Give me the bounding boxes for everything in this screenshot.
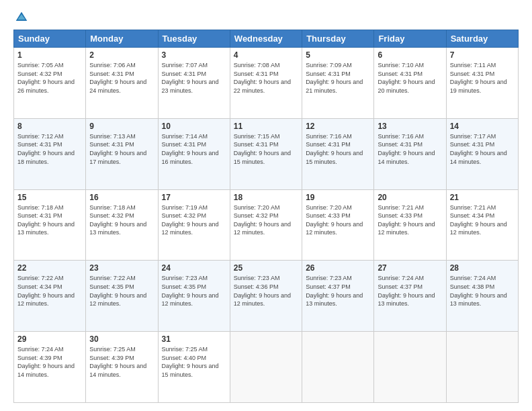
calendar-cell <box>302 332 374 403</box>
sunrise-label: Sunrise: 7:08 AM <box>234 62 280 68</box>
day-number: 27 <box>378 263 442 273</box>
day-info: Sunrise: 7:20 AM Sunset: 4:32 PM Dayligh… <box>234 203 298 237</box>
day-info: Sunrise: 7:25 AM Sunset: 4:39 PM Dayligh… <box>89 345 154 379</box>
daylight-label: Daylight: 9 hours and 15 minutes. <box>306 150 363 165</box>
calendar-cell: 7 Sunrise: 7:11 AM Sunset: 4:31 PM Dayli… <box>446 48 518 119</box>
calendar-cell: 15 Sunrise: 7:18 AM Sunset: 4:31 PM Dayl… <box>14 189 86 261</box>
calendar-header-wednesday: Wednesday <box>230 30 302 48</box>
sunset-label: Sunset: 4:31 PM <box>162 71 207 77</box>
calendar-cell: 6 Sunrise: 7:10 AM Sunset: 4:31 PM Dayli… <box>374 48 446 119</box>
calendar-header-thursday: Thursday <box>302 30 374 48</box>
day-info: Sunrise: 7:22 AM Sunset: 4:35 PM Dayligh… <box>89 274 154 308</box>
sunrise-label: Sunrise: 7:25 AM <box>162 346 208 353</box>
day-info: Sunrise: 7:23 AM Sunset: 4:37 PM Dayligh… <box>306 274 370 308</box>
day-info: Sunrise: 7:18 AM Sunset: 4:31 PM Dayligh… <box>17 203 82 237</box>
sunset-label: Sunset: 4:31 PM <box>89 71 134 77</box>
calendar-cell: 19 Sunrise: 7:20 AM Sunset: 4:33 PM Dayl… <box>302 189 374 261</box>
logo <box>13 11 28 24</box>
calendar-week-row: 8 Sunrise: 7:12 AM Sunset: 4:31 PM Dayli… <box>14 118 519 189</box>
calendar-cell: 1 Sunrise: 7:05 AM Sunset: 4:32 PM Dayli… <box>14 48 86 119</box>
daylight-label: Daylight: 9 hours and 13 minutes. <box>378 292 435 308</box>
day-number: 20 <box>378 193 442 202</box>
calendar-cell: 12 Sunrise: 7:16 AM Sunset: 4:31 PM Dayl… <box>302 118 374 189</box>
sunrise-label: Sunrise: 7:22 AM <box>17 275 64 281</box>
calendar-cell: 4 Sunrise: 7:08 AM Sunset: 4:31 PM Dayli… <box>230 48 302 119</box>
sunset-label: Sunset: 4:31 PM <box>450 141 495 148</box>
sunset-label: Sunset: 4:32 PM <box>17 71 62 77</box>
day-number: 11 <box>234 122 298 131</box>
sunset-label: Sunset: 4:31 PM <box>306 141 351 148</box>
day-number: 1 <box>17 50 82 60</box>
day-number: 16 <box>89 193 154 202</box>
day-number: 31 <box>162 334 226 344</box>
calendar-cell: 22 Sunrise: 7:22 AM Sunset: 4:34 PM Dayl… <box>14 261 86 332</box>
header <box>13 11 519 24</box>
sunset-label: Sunset: 4:32 PM <box>89 212 134 219</box>
sunrise-label: Sunrise: 7:14 AM <box>162 133 208 140</box>
calendar-cell <box>374 332 446 403</box>
day-number: 2 <box>89 50 154 60</box>
day-info: Sunrise: 7:15 AM Sunset: 4:31 PM Dayligh… <box>234 132 298 166</box>
calendar-cell: 18 Sunrise: 7:20 AM Sunset: 4:32 PM Dayl… <box>230 189 302 261</box>
calendar-cell: 26 Sunrise: 7:23 AM Sunset: 4:37 PM Dayl… <box>302 261 374 332</box>
daylight-label: Daylight: 9 hours and 19 minutes. <box>450 79 507 94</box>
calendar-week-row: 29 Sunrise: 7:24 AM Sunset: 4:39 PM Dayl… <box>14 332 519 403</box>
sunset-label: Sunset: 4:39 PM <box>17 355 62 361</box>
sunset-label: Sunset: 4:31 PM <box>306 71 351 77</box>
daylight-label: Daylight: 9 hours and 12 minutes. <box>17 292 75 308</box>
sunset-label: Sunset: 4:35 PM <box>89 283 134 290</box>
sunrise-label: Sunrise: 7:24 AM <box>450 275 496 281</box>
sunset-label: Sunset: 4:32 PM <box>234 212 279 219</box>
day-number: 4 <box>234 50 298 60</box>
daylight-label: Daylight: 9 hours and 12 minutes. <box>89 292 146 308</box>
calendar-cell: 30 Sunrise: 7:25 AM Sunset: 4:39 PM Dayl… <box>86 332 158 403</box>
day-info: Sunrise: 7:10 AM Sunset: 4:31 PM Dayligh… <box>378 61 442 95</box>
day-info: Sunrise: 7:13 AM Sunset: 4:31 PM Dayligh… <box>89 132 154 166</box>
day-number: 9 <box>89 122 154 131</box>
calendar-cell <box>230 332 302 403</box>
daylight-label: Daylight: 9 hours and 12 minutes. <box>162 292 219 308</box>
sunset-label: Sunset: 4:37 PM <box>378 283 423 290</box>
sunset-label: Sunset: 4:33 PM <box>378 212 423 219</box>
daylight-label: Daylight: 9 hours and 13 minutes. <box>89 221 146 236</box>
daylight-label: Daylight: 9 hours and 13 minutes. <box>306 292 363 308</box>
day-info: Sunrise: 7:21 AM Sunset: 4:34 PM Dayligh… <box>450 203 515 237</box>
day-number: 15 <box>17 193 82 202</box>
daylight-label: Daylight: 9 hours and 12 minutes. <box>234 292 291 308</box>
calendar-cell: 17 Sunrise: 7:19 AM Sunset: 4:32 PM Dayl… <box>158 189 230 261</box>
daylight-label: Daylight: 9 hours and 13 minutes. <box>450 292 507 308</box>
sunrise-label: Sunrise: 7:19 AM <box>162 204 208 211</box>
sunrise-label: Sunrise: 7:22 AM <box>89 275 136 281</box>
calendar-cell <box>446 332 518 403</box>
sunset-label: Sunset: 4:37 PM <box>306 283 351 290</box>
day-info: Sunrise: 7:20 AM Sunset: 4:33 PM Dayligh… <box>306 203 370 237</box>
calendar-cell: 28 Sunrise: 7:24 AM Sunset: 4:38 PM Dayl… <box>446 261 518 332</box>
day-info: Sunrise: 7:09 AM Sunset: 4:31 PM Dayligh… <box>306 61 370 95</box>
calendar-cell: 9 Sunrise: 7:13 AM Sunset: 4:31 PM Dayli… <box>86 118 158 189</box>
daylight-label: Daylight: 9 hours and 14 minutes. <box>450 150 507 165</box>
day-number: 17 <box>162 193 226 202</box>
sunrise-label: Sunrise: 7:13 AM <box>89 133 136 140</box>
calendar-cell: 2 Sunrise: 7:06 AM Sunset: 4:31 PM Dayli… <box>86 48 158 119</box>
day-info: Sunrise: 7:24 AM Sunset: 4:39 PM Dayligh… <box>17 345 82 379</box>
day-info: Sunrise: 7:16 AM Sunset: 4:31 PM Dayligh… <box>378 132 442 166</box>
daylight-label: Daylight: 9 hours and 26 minutes. <box>17 79 75 94</box>
sunrise-label: Sunrise: 7:24 AM <box>17 346 64 353</box>
sunset-label: Sunset: 4:31 PM <box>234 141 279 148</box>
sunrise-label: Sunrise: 7:23 AM <box>162 275 208 281</box>
day-info: Sunrise: 7:12 AM Sunset: 4:31 PM Dayligh… <box>17 132 82 166</box>
day-number: 18 <box>234 193 298 202</box>
sunset-label: Sunset: 4:33 PM <box>306 212 351 219</box>
sunset-label: Sunset: 4:31 PM <box>89 141 134 148</box>
sunrise-label: Sunrise: 7:11 AM <box>450 62 496 68</box>
day-info: Sunrise: 7:23 AM Sunset: 4:36 PM Dayligh… <box>234 274 298 308</box>
calendar-cell: 10 Sunrise: 7:14 AM Sunset: 4:31 PM Dayl… <box>158 118 230 189</box>
daylight-label: Daylight: 9 hours and 12 minutes. <box>162 221 219 236</box>
day-number: 28 <box>450 263 515 273</box>
calendar-week-row: 1 Sunrise: 7:05 AM Sunset: 4:32 PM Dayli… <box>14 48 519 119</box>
sunset-label: Sunset: 4:31 PM <box>450 71 495 77</box>
daylight-label: Daylight: 9 hours and 15 minutes. <box>162 363 219 378</box>
calendar-header-saturday: Saturday <box>446 30 518 48</box>
calendar-cell: 23 Sunrise: 7:22 AM Sunset: 4:35 PM Dayl… <box>86 261 158 332</box>
calendar-cell: 25 Sunrise: 7:23 AM Sunset: 4:36 PM Dayl… <box>230 261 302 332</box>
